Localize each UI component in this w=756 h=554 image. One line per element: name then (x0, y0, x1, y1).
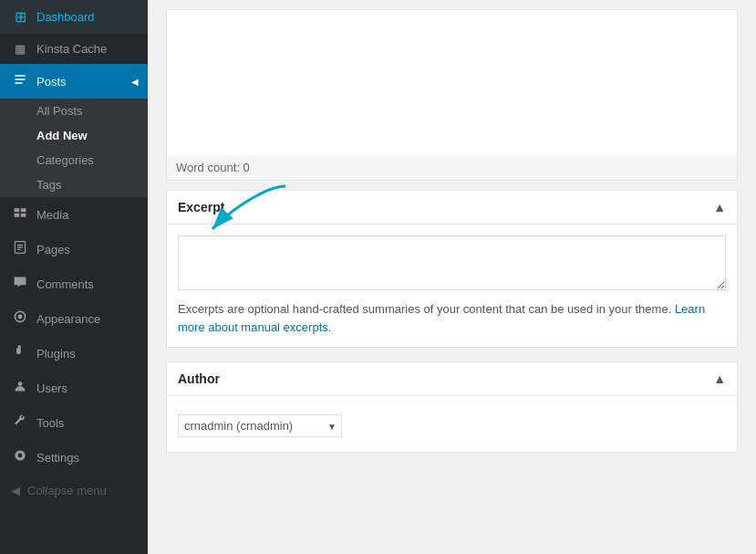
svg-rect-3 (21, 214, 26, 217)
sidebar-item-appearance[interactable]: Appearance (0, 301, 148, 336)
plugins-icon (11, 344, 29, 362)
submenu-all-posts[interactable]: All Posts (0, 99, 148, 123)
users-icon (11, 379, 29, 397)
main-content: Word count: 0 Excerpt ▲ Excerpts ar (148, 0, 756, 554)
author-select-wrap: crnadmin (crnadmin) (178, 407, 726, 441)
excerpt-metabox-header[interactable]: Excerpt ▲ (167, 191, 737, 225)
sidebar-item-label: Pages (36, 243, 139, 256)
submenu-tags[interactable]: Tags (0, 172, 148, 197)
svg-rect-0 (15, 208, 20, 212)
author-title: Author (178, 371, 220, 386)
svg-point-8 (18, 315, 23, 319)
collapse-icon: ◀ (11, 484, 20, 497)
collapse-label: Collapse menu (27, 484, 107, 497)
pages-icon (11, 240, 29, 258)
sidebar-item-tools[interactable]: Tools (0, 405, 148, 440)
tools-icon (11, 413, 29, 432)
sidebar-item-label: Settings (36, 451, 139, 465)
sidebar-item-label: Media (36, 208, 139, 222)
sidebar-item-settings[interactable]: Settings (0, 440, 148, 475)
sidebar-item-posts[interactable]: Posts ◀ (0, 64, 148, 99)
submenu-categories[interactable]: Categories (0, 148, 148, 172)
word-count-text: Word count: 0 (176, 161, 250, 174)
sidebar: ⊞ Dashboard ▦ Kinsta Cache Posts ◀ All P… (0, 0, 148, 554)
sidebar-item-label: Plugins (36, 347, 139, 361)
posts-icon (11, 72, 29, 90)
excerpt-toggle[interactable]: ▲ (713, 200, 726, 214)
settings-icon (11, 448, 29, 466)
comments-icon (11, 275, 29, 293)
sidebar-item-label: Appearance (36, 312, 139, 326)
author-select[interactable]: crnadmin (crnadmin) (178, 414, 342, 437)
svg-point-9 (18, 382, 23, 386)
excerpt-textarea[interactable] (178, 235, 726, 290)
sidebar-item-label: Tools (36, 416, 139, 430)
author-toggle[interactable]: ▲ (713, 371, 726, 386)
sidebar-item-pages[interactable]: Pages (0, 232, 148, 267)
appearance-icon (11, 309, 29, 328)
posts-arrow-icon: ◀ (131, 77, 139, 87)
sidebar-item-label: Kinsta Cache (36, 42, 139, 56)
submenu-add-new[interactable]: Add New (0, 123, 148, 148)
excerpt-metabox-body: Excerpts are optional hand-crafted summa… (167, 225, 737, 347)
posts-submenu: All Posts Add New Categories Tags (0, 99, 148, 197)
collapse-menu-button[interactable]: ◀ Collapse menu (0, 475, 148, 507)
svg-rect-2 (15, 214, 20, 217)
kinsta-icon: ▦ (11, 42, 29, 56)
sidebar-item-label: Users (36, 382, 139, 395)
sidebar-item-label: Dashboard (36, 10, 139, 24)
word-count-bar: Word count: 0 (166, 155, 738, 181)
sidebar-item-media[interactable]: Media (0, 197, 148, 232)
sidebar-item-plugins[interactable]: Plugins (0, 336, 148, 371)
dashboard-icon: ⊞ (11, 8, 29, 26)
author-select-container: crnadmin (crnadmin) (178, 414, 342, 437)
excerpt-metabox: Excerpt ▲ Excerpts are optional hand-cra… (166, 190, 738, 348)
svg-rect-1 (21, 208, 26, 212)
content-area: Word count: 0 Excerpt ▲ Excerpts ar (148, 0, 756, 485)
sidebar-item-users[interactable]: Users (0, 371, 148, 405)
sidebar-item-label: Posts (36, 75, 124, 89)
author-metabox: Author ▲ crnadmin (crnadmin) (166, 361, 738, 453)
excerpt-title: Excerpt (178, 200, 224, 214)
author-metabox-body: crnadmin (crnadmin) (167, 396, 737, 452)
sidebar-item-dashboard[interactable]: ⊞ Dashboard (0, 0, 148, 34)
excerpt-help-text: Excerpts are optional hand-crafted summa… (178, 300, 726, 336)
author-metabox-header[interactable]: Author ▲ (167, 362, 737, 396)
sidebar-item-kinsta-cache[interactable]: ▦ Kinsta Cache (0, 34, 148, 64)
sidebar-item-label: Comments (36, 277, 139, 291)
sidebar-item-comments[interactable]: Comments (0, 267, 148, 301)
media-icon (11, 205, 29, 224)
editor-area[interactable] (166, 9, 738, 155)
